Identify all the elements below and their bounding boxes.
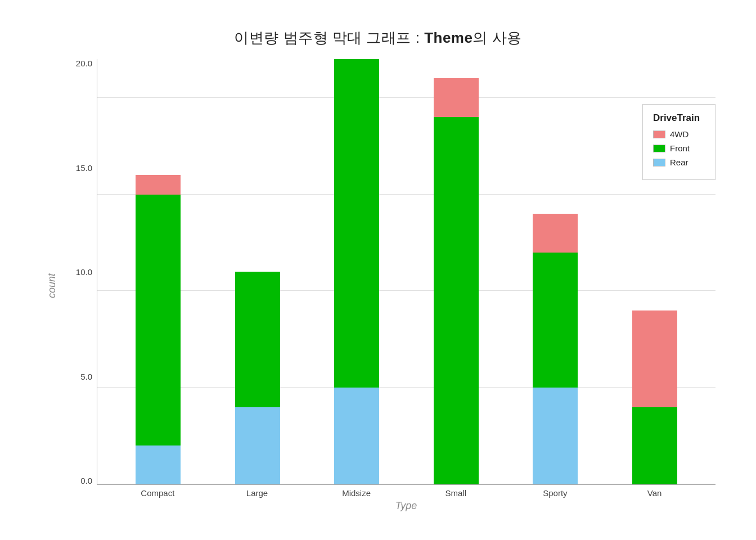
bar-segment-front: [136, 195, 181, 446]
bar-segment-rear: [334, 388, 379, 484]
title-part2: Theme: [424, 29, 472, 46]
legend-item: Front: [653, 143, 705, 153]
bar-stack: [632, 310, 677, 484]
bar-stack: [334, 59, 379, 484]
bar-segment-4wd: [533, 214, 578, 253]
y-tick: 0.0: [80, 476, 92, 485]
bars-and-grid: [97, 59, 716, 485]
y-tick: 10.0: [76, 268, 92, 276]
bar-segment-front: [533, 253, 578, 388]
title-part1: 이변량 범주형 막대 그래프 :: [234, 29, 424, 46]
x-label: Compact: [135, 488, 180, 498]
bar-stack: [533, 214, 578, 484]
x-label: Sporty: [533, 488, 578, 498]
legend-swatch: [653, 159, 665, 166]
x-label: Midsize: [334, 488, 379, 498]
legend-label: Front: [670, 143, 690, 153]
legend-label: 4WD: [670, 129, 688, 139]
bar-segment-rear: [136, 446, 181, 484]
bar-segment-front: [632, 407, 677, 484]
chart-body: count 20.015.010.05.00.0 DriveTrain4WDFr…: [40, 59, 716, 512]
legend-swatch: [653, 130, 665, 138]
legend-label: Rear: [670, 158, 688, 167]
y-tick: 15.0: [76, 164, 92, 172]
x-label: Van: [632, 488, 677, 498]
y-axis: 20.015.010.05.00.0: [66, 59, 97, 485]
bar-segment-front: [334, 59, 379, 388]
chart-title: 이변량 범주형 막대 그래프 : Theme의 사용: [234, 28, 521, 48]
legend-title: DriveTrain: [653, 112, 705, 124]
legend-swatch: [653, 145, 665, 152]
bar-stack: [235, 272, 280, 484]
bar-segment-rear: [235, 407, 280, 484]
bar-stack: [434, 78, 479, 484]
legend: DriveTrain4WDFrontRear: [642, 104, 716, 180]
bar-segment-rear: [533, 388, 578, 484]
plot-area: 20.015.010.05.00.0 DriveTrain4WDFrontRea…: [66, 59, 716, 485]
bars-row: [97, 59, 716, 484]
legend-item: Rear: [653, 158, 705, 167]
x-labels: CompactLargeMidsizeSmallSportyVan: [97, 485, 716, 498]
bar-segment-4wd: [434, 78, 479, 117]
chart-inner: 20.015.010.05.00.0 DriveTrain4WDFrontRea…: [66, 59, 716, 512]
chart-container: 이변량 범주형 막대 그래프 : Theme의 사용 count 20.015.…: [40, 28, 716, 512]
bar-stack: [136, 175, 181, 484]
y-tick: 20.0: [76, 59, 92, 68]
bar-segment-4wd: [136, 175, 181, 194]
title-part3: 의 사용: [472, 29, 521, 46]
bar-segment-front: [235, 272, 280, 407]
x-label: Small: [433, 488, 478, 498]
y-tick: 5.0: [80, 372, 92, 381]
x-label: Large: [235, 488, 280, 498]
legend-item: 4WD: [653, 129, 705, 139]
bar-segment-4wd: [632, 310, 677, 407]
bar-segment-front: [434, 117, 479, 484]
x-axis-label: Type: [97, 500, 716, 512]
y-axis-label: count: [40, 59, 63, 512]
